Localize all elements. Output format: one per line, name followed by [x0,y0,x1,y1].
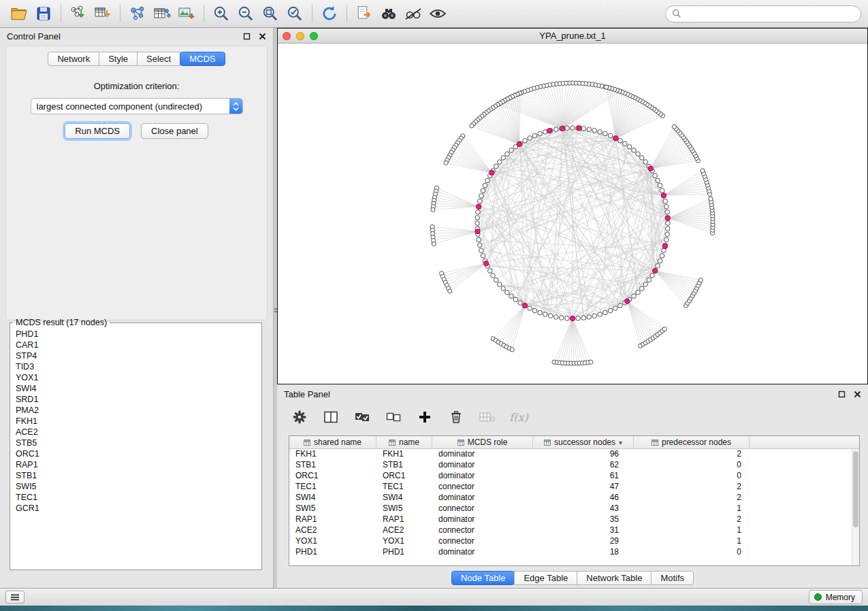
mcds-result-item[interactable]: STP4 [16,350,256,361]
add-row-button[interactable] [416,408,434,426]
search-field[interactable] [685,9,854,18]
mcds-panel-card: Network Style Select MCDS Optimization c… [5,46,268,320]
mcds-result-item[interactable]: PMA2 [16,405,256,416]
binoculars-icon [379,5,398,22]
mcds-result-item[interactable]: SWI5 [16,481,256,492]
minimize-window-icon[interactable] [296,32,304,40]
mcds-result-item[interactable]: SRD1 [16,394,256,405]
select-all-button[interactable] [353,408,371,426]
table-row[interactable]: YOX1YOX1connector291 [289,536,852,547]
column-header[interactable]: name [376,436,432,448]
table-row[interactable]: ORC1ORC1dominator610 [289,471,852,482]
show-all-button[interactable] [425,2,450,25]
mcds-result-item[interactable]: STB5 [16,437,256,448]
import-network-button[interactable] [66,2,91,25]
save-session-button[interactable] [31,2,56,25]
delete-row-button[interactable] [447,408,465,426]
table-cell: 47 [533,482,634,493]
network-window-titlebar[interactable]: YPA_prune.txt_1 [278,29,867,44]
table-cell: dominator [432,449,533,460]
mcds-result-item[interactable]: TEC1 [16,492,256,503]
table-network-icon [153,5,171,22]
table-row[interactable]: SWI5SWI5connector431 [289,503,852,514]
memory-button[interactable]: Memory [809,590,863,604]
mcds-result-item[interactable]: ACE2 [16,427,256,437]
table-cell: PHD1 [376,547,432,558]
column-header[interactable]: MCDS role [432,436,533,448]
optimization-criterion-label: Optimization criterion: [6,81,267,91]
mcds-result-item[interactable]: YOX1 [16,372,256,383]
mcds-result-item[interactable]: CAR1 [16,340,256,350]
tab-network-table[interactable]: Network Table [577,571,652,585]
zoom-in-button[interactable] [209,2,234,25]
table-row[interactable]: TEC1TEC1connector472 [289,482,852,493]
mcds-result-list[interactable]: PHD1CAR1STP4TID3YOX1SWI4SRD1PMA2FKH1ACE2… [12,327,260,568]
trash-icon [450,410,462,424]
table-row[interactable]: RAP1RAP1dominator352 [289,514,852,525]
tab-style[interactable]: Style [99,52,138,66]
delete-table-button[interactable] [479,408,496,426]
table-cell: YOX1 [376,536,432,547]
table-row[interactable]: PHD1PHD1dominator180 [289,547,852,558]
mcds-result-item[interactable]: STB1 [16,470,256,481]
tab-network[interactable]: Network [48,52,99,66]
close-panel-icon[interactable] [259,33,266,40]
zoom-selected-button[interactable] [283,2,307,25]
column-header[interactable]: successor nodes▾ [533,436,634,448]
export-image-button[interactable] [174,2,199,25]
search-input[interactable] [665,5,861,22]
scrollbar-thumb[interactable] [853,451,858,527]
find-button[interactable] [376,2,401,25]
mcds-result-item[interactable]: SWI4 [16,383,256,394]
table-settings-button[interactable] [291,408,308,426]
control-panel-header: Control Panel [0,28,273,44]
criterion-value: largest connected component (undirected) [31,101,229,112]
mcds-result-item[interactable]: TID3 [16,361,256,372]
new-table-button[interactable] [150,2,174,25]
panel-menu-button[interactable] [5,591,25,604]
tab-node-table[interactable]: Node Table [451,571,515,585]
table-row[interactable]: FKH1FKH1dominator962 [289,449,852,460]
close-panel-icon[interactable] [854,391,861,398]
function-builder-button[interactable]: f(x) [510,408,528,426]
deselect-all-button[interactable] [385,408,402,426]
table-cell: 2 [634,514,750,525]
share-network-button[interactable] [125,2,150,25]
mcds-result-item[interactable]: RAP1 [16,459,256,470]
float-panel-icon[interactable] [243,33,251,40]
network-canvas[interactable] [278,44,867,384]
maximize-window-icon[interactable] [310,32,318,40]
tab-edge-table[interactable]: Edge Table [514,571,577,585]
close-window-icon[interactable] [283,32,291,40]
apply-layout-button[interactable] [317,2,342,25]
table-body: FKH1FKH1dominator962STB1STB1dominator620… [289,449,852,565]
float-panel-icon[interactable] [838,391,846,398]
table-cell: 35 [533,514,634,525]
export-document-button[interactable] [352,2,376,25]
mcds-result-item[interactable]: PHD1 [16,329,256,340]
zoom-out-button[interactable] [234,2,258,25]
column-header[interactable]: predecessor nodes [634,436,750,448]
hide-selection-button[interactable] [401,2,425,25]
column-header[interactable]: shared name [289,436,376,448]
criterion-dropdown[interactable]: largest connected component (undirected) [31,98,243,114]
tab-motifs[interactable]: Motifs [651,571,694,585]
run-mcds-button[interactable]: Run MCDS [65,123,130,139]
open-session-button[interactable] [7,2,31,25]
table-row[interactable]: SWI4SWI4dominator462 [289,493,852,503]
mcds-result-item[interactable]: FKH1 [16,416,256,427]
tab-select[interactable]: Select [137,52,180,66]
close-panel-button[interactable]: Close panel [141,123,208,139]
zoom-fit-button[interactable] [258,2,283,25]
tab-mcds[interactable]: MCDS [180,52,225,66]
table-cell: connector [432,536,533,547]
table-cell: RAP1 [289,514,376,525]
table-row[interactable]: STB1STB1dominator620 [289,460,852,471]
table-scrollbar[interactable] [852,449,859,565]
floppy-disk-icon [35,5,52,22]
table-row[interactable]: ACE2ACE2connector311 [289,525,852,536]
mcds-result-item[interactable]: GCR1 [16,503,256,514]
mcds-result-item[interactable]: ORC1 [16,448,256,459]
import-table-button[interactable] [91,2,115,25]
show-columns-button[interactable] [322,408,340,426]
